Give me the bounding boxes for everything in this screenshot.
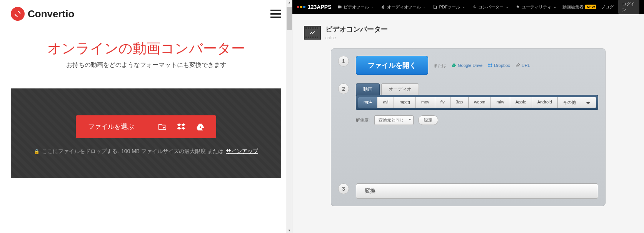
nav-pdf-tools[interactable]: PDFツール⌄ xyxy=(433,4,465,10)
format-mpeg[interactable]: mpeg xyxy=(394,97,415,108)
convertio-header: Convertio xyxy=(0,0,292,28)
brand-text: 123APPS xyxy=(308,4,331,10)
nav-converter[interactable]: コンバーター⌄ xyxy=(472,4,509,10)
top-nav: 123APPS ビデオツール⌄ オーディオツール⌄ PDFツール⌄ コンバーター… xyxy=(292,0,644,14)
page-header: ビデオコンバーター online xyxy=(292,14,644,48)
main-card: 1 ファイルを開く または Google Drive Dropbox URL 2… xyxy=(331,48,606,206)
page-title: オンラインの動画コンバーター xyxy=(8,39,284,58)
nav-utility[interactable]: ユーティリティ⌄ xyxy=(516,4,556,10)
nav-video-tools[interactable]: ビデオツール⌄ xyxy=(337,4,374,10)
step-2: 2 動画 オーディオ mp4 avi mpeg mov flv 3gp webm… xyxy=(338,83,598,175)
open-file-button[interactable]: ファイルを開く xyxy=(356,56,428,75)
format-flv[interactable]: flv xyxy=(435,97,450,108)
convertio-logo-icon xyxy=(11,7,25,21)
page-subtitle: お持ちの動画をどのようなフォーマットにも変換できます xyxy=(8,61,284,69)
nav-audio-tools[interactable]: オーディオツール⌄ xyxy=(381,4,426,10)
nav-blog[interactable]: ブログ xyxy=(601,4,614,10)
step-number-3: 3 xyxy=(338,183,349,194)
convertio-brand-text: Convertio xyxy=(28,8,74,20)
scrollbar[interactable]: ▲ ▼ xyxy=(286,0,292,233)
scrollbar-thumb[interactable] xyxy=(287,7,292,30)
format-avi[interactable]: avi xyxy=(377,97,394,108)
hero: オンラインの動画コンバーター お持ちの動画をどのようなフォーマットにも変換できま… xyxy=(0,28,292,88)
convert-button[interactable]: 変換 xyxy=(356,183,598,199)
url-link[interactable]: URL xyxy=(516,63,530,68)
format-webm[interactable]: webm xyxy=(468,97,491,108)
format-mkv[interactable]: mkv xyxy=(491,97,509,108)
login-button[interactable]: ログイン xyxy=(618,0,639,14)
format-3gp[interactable]: 3gp xyxy=(450,97,468,108)
convertio-logo[interactable]: Convertio xyxy=(11,7,74,21)
drop-text-2: 100 MB ファイルサイズの最大限度 または xyxy=(121,148,224,155)
drop-zone[interactable]: ファイルを選ぶ 🔒 ここにファイルをドロップする. 100 MB ファイルサイズ… xyxy=(11,88,281,178)
film-icon xyxy=(304,26,321,40)
step-1: 1 ファイルを開く または Google Drive Dropbox URL xyxy=(338,56,598,75)
svg-line-1 xyxy=(165,129,166,130)
format-mov[interactable]: mov xyxy=(415,97,435,108)
123apps-logo[interactable]: 123APPS xyxy=(297,4,331,10)
choose-file-label: ファイルを選ぶ xyxy=(76,115,146,138)
settings-button[interactable]: 設定 xyxy=(418,115,438,125)
drop-text-1: ここにファイルをドロップする. xyxy=(42,148,119,155)
format-apple[interactable]: Apple xyxy=(510,97,532,108)
convertio-panel: Convertio オンラインの動画コンバーター お持ちの動画をどのようなフォー… xyxy=(0,0,292,233)
menu-icon[interactable] xyxy=(270,10,281,18)
123apps-panel: 123APPS ビデオツール⌄ オーディオツール⌄ PDFツール⌄ コンバーター… xyxy=(292,0,644,233)
format-other[interactable]: その他◂▸ xyxy=(557,97,596,108)
tab-audio[interactable]: オーディオ xyxy=(381,83,419,95)
logo-dots-icon xyxy=(297,6,305,8)
app-subtitle: online xyxy=(325,36,336,40)
app-title: ビデオコンバーター xyxy=(325,25,388,34)
or-label: または xyxy=(434,63,446,68)
step-number-1: 1 xyxy=(338,56,349,67)
format-bar: mp4 avi mpeg mov flv 3gp webm mkv Apple … xyxy=(356,95,598,110)
format-android[interactable]: Android xyxy=(532,97,557,108)
google-drive-icon[interactable] xyxy=(196,123,205,131)
nav-video-editor[interactable]: 動画編集者NEW xyxy=(562,4,596,10)
choose-file-button[interactable]: ファイルを選ぶ xyxy=(76,115,216,138)
folder-search-icon[interactable] xyxy=(158,123,166,131)
google-drive-link[interactable]: Google Drive xyxy=(452,63,482,68)
format-mp4[interactable]: mp4 xyxy=(358,97,377,108)
drop-hint: 🔒 ここにファイルをドロップする. 100 MB ファイルサイズの最大限度 また… xyxy=(22,148,270,155)
step-number-2: 2 xyxy=(338,83,349,94)
step-3: 3 変換 xyxy=(338,183,598,199)
signup-link[interactable]: サインアップ xyxy=(226,148,258,155)
tab-video[interactable]: 動画 xyxy=(356,83,380,95)
lock-icon: 🔒 xyxy=(34,149,40,154)
resolution-label: 解像度: xyxy=(356,117,370,123)
resolution-select[interactable]: 変換元と同じ xyxy=(374,115,414,125)
new-badge: NEW xyxy=(585,5,596,9)
dropbox-icon[interactable] xyxy=(177,123,185,131)
dropbox-link[interactable]: Dropbox xyxy=(488,63,510,68)
